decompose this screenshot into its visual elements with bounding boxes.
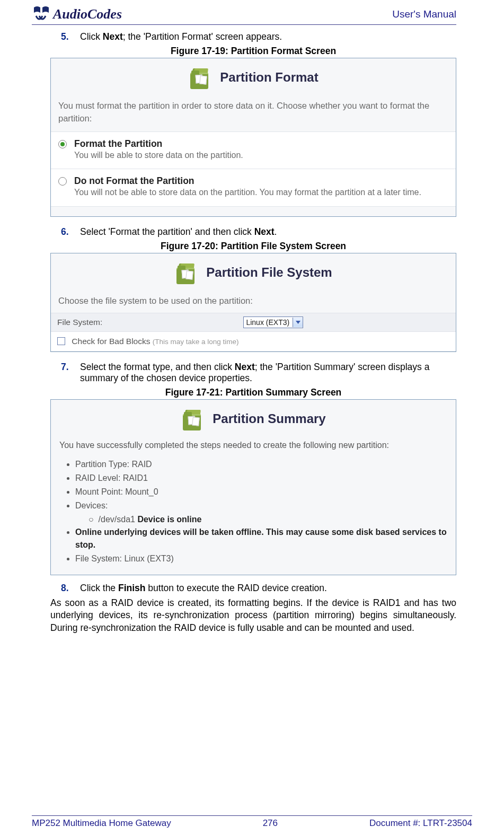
footer-right: Document #: LTRT-23504 [369, 818, 472, 829]
list-item: RAID Level: RAID1 [75, 472, 447, 485]
figure-caption-2: Figure 17-20: Partition File System Scre… [50, 241, 456, 252]
figure-title: Partition Format [220, 70, 318, 85]
bad-blocks-hint: (This may take a long time) [153, 338, 239, 346]
step-5: 5. Click Next; the 'Partition Format' sc… [61, 31, 456, 42]
option-no-format[interactable]: Do not Format the Partition You will not… [51, 169, 456, 206]
step-number: 6. [61, 226, 80, 238]
option-title: Do not Format the Partition [74, 175, 421, 187]
summary-list: Partition Type: RAID RAID Level: RAID1 M… [75, 458, 447, 512]
filesystem-label: File System: [51, 313, 237, 331]
page-header: AudioCodes User's Manual [32, 5, 456, 25]
step-text: Click Next; the 'Partition Format' scree… [80, 31, 282, 42]
figure-partition-summary: Partition Summary You have successfully … [50, 399, 456, 575]
brand-name: AudioCodes [53, 6, 122, 22]
filesystem-row: File System: Linux (EXT3) [51, 313, 456, 331]
list-item: Devices: [75, 499, 447, 512]
list-item: File System: Linux (EXT3) [75, 552, 447, 565]
folder-icon [174, 261, 201, 284]
radio-format[interactable] [58, 140, 67, 148]
step-7: 7. Select the format type, and then clic… [61, 362, 456, 384]
radio-no-format[interactable] [58, 177, 67, 186]
step-text: Click the Finish button to execute the R… [80, 583, 327, 594]
filesystem-value: Linux (EXT3) [244, 318, 293, 327]
bad-blocks-row: Check for Bad Blocks (This may take a lo… [51, 331, 456, 351]
option-format[interactable]: Format the Partition You will be able to… [51, 131, 456, 169]
list-item: Partition Type: RAID [75, 458, 447, 471]
list-item: Online underlying devices will be taken … [75, 526, 447, 551]
figure-caption-1: Figure 17-19: Partition Format Screen [50, 46, 456, 57]
figure-title: Partition File System [206, 265, 332, 280]
chevron-down-icon[interactable] [293, 318, 303, 327]
figure-caption-3: Figure 17-21: Partition Summary Screen [50, 387, 456, 398]
figure-intro: You must format the partition in order t… [51, 92, 456, 131]
folder-icon [188, 66, 215, 89]
bad-blocks-label: Check for Bad Blocks [72, 337, 150, 346]
step-number: 8. [61, 583, 80, 594]
folder-icon [181, 407, 207, 430]
bad-blocks-checkbox[interactable] [57, 337, 65, 345]
step-number: 7. [61, 362, 80, 384]
option-subtitle: You will be able to store data on the pa… [74, 150, 243, 161]
summary-intro: You have successfully completed the step… [59, 439, 447, 452]
figure-title: Partition Summary [213, 411, 325, 426]
devices-sub-item: ○ /dev/sda1 Device is online [89, 513, 447, 526]
closing-paragraph: As soon as a RAID device is created, its… [50, 597, 456, 635]
figure-partition-format: Partition Format You must format the par… [50, 58, 456, 217]
step-8: 8. Click the Finish button to execute th… [61, 583, 456, 594]
brand-logo: AudioCodes [32, 5, 122, 23]
option-subtitle: You will not be able to store data on th… [74, 187, 421, 198]
footer-left: MP252 Multimedia Home Gateway [32, 818, 171, 829]
step-text: Select the format type, and then click N… [80, 362, 456, 384]
figure-partition-filesystem: Partition File System Choose the file sy… [50, 253, 456, 352]
step-number: 5. [61, 31, 80, 42]
step-text: Select 'Format the partition' and then c… [80, 226, 277, 238]
summary-list-2: Online underlying devices will be taken … [75, 526, 447, 565]
list-item: Mount Point: Mount_0 [75, 486, 447, 498]
figure-intro: Choose the file system to be used on the… [51, 287, 456, 313]
step-6: 6. Select 'Format the partition' and the… [61, 226, 456, 238]
manual-label: User's Manual [392, 8, 456, 20]
option-title: Format the Partition [74, 138, 243, 150]
page-footer: MP252 Multimedia Home Gateway 276 Docume… [32, 815, 472, 829]
audiocodes-logo-icon [32, 5, 51, 23]
footer-page: 276 [263, 818, 278, 829]
filesystem-select[interactable]: Linux (EXT3) [243, 317, 303, 328]
